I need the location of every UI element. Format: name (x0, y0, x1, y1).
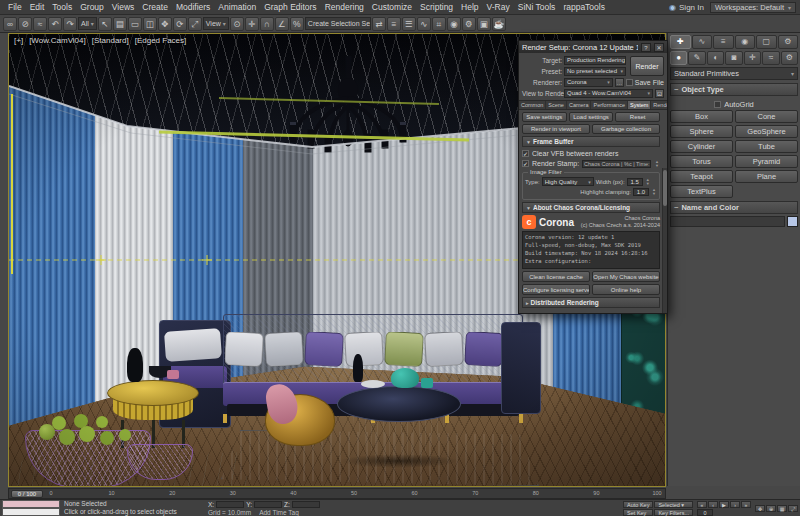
maximize-viewport-icon[interactable]: ⤢ (788, 505, 798, 512)
helpers-category-icon[interactable]: ✛ (744, 51, 761, 65)
time-slider[interactable]: 0 / 100 (11, 490, 43, 498)
create-tab-icon[interactable]: ✚ (670, 35, 691, 49)
render-stamp-checkbox[interactable] (522, 160, 529, 167)
previous-frame-icon[interactable]: ‹ (708, 501, 718, 508)
render-tab-performance[interactable]: Performance (591, 101, 628, 109)
display-tab-icon[interactable]: ▢ (756, 35, 777, 49)
rectangular-selection-region-icon[interactable]: ▭ (128, 17, 142, 31)
renderer-dropdown[interactable]: Corona (564, 78, 613, 87)
save-file-checkbox[interactable] (626, 79, 633, 86)
key-filters-button[interactable]: Key Filters... (654, 509, 693, 516)
render-tab-render-elements[interactable]: Render Elements (651, 101, 667, 109)
menu-edit[interactable]: Edit (26, 2, 49, 12)
filter-width-spinner[interactable]: ▲▼ (645, 178, 651, 185)
render-tab-common[interactable]: Common (519, 101, 546, 109)
dialog-titlebar[interactable]: Render Setup: Corona 12 Update 1 ? ✕ (519, 41, 667, 53)
pan-view-icon[interactable]: ✥ (755, 505, 765, 512)
reference-coordinate-dropdown[interactable]: View (203, 17, 229, 30)
configure-licensing-server-address-button[interactable]: Configure licensing server address (522, 284, 590, 295)
percent-snap-icon[interactable]: % (290, 17, 304, 31)
menu-file[interactable]: File (4, 2, 26, 12)
black-vase[interactable] (127, 348, 143, 382)
object-type-rollout[interactable]: Object Type (670, 83, 798, 96)
menu-group[interactable]: Group (76, 2, 108, 12)
motion-tab-icon[interactable]: ◉ (735, 35, 756, 49)
autogrid-checkbox[interactable] (714, 101, 721, 108)
selection-filter-dropdown[interactable]: All (78, 17, 97, 30)
primitive-tube-button[interactable]: Tube (735, 140, 798, 153)
go-to-start-icon[interactable]: « (697, 501, 707, 508)
bind-to-space-warp-icon[interactable]: ≈ (33, 17, 47, 31)
render-button[interactable]: Render (630, 56, 664, 76)
clean-license-cache-button[interactable]: Clean license cache (522, 271, 590, 282)
primitive-cone-button[interactable]: Cone (735, 110, 798, 123)
render-tab-camera[interactable]: Camera (567, 101, 592, 109)
lights-category-icon[interactable]: ◐ (707, 51, 724, 65)
stamp-spinner[interactable]: ▲▼ (654, 160, 660, 167)
render-stamp-field[interactable]: Chaos Corona | %c | Time: %t | Passes: %… (582, 160, 651, 168)
lock-view-icon[interactable]: ⊡ (655, 89, 664, 98)
named-selection-sets-dropdown[interactable]: Create Selection Se (305, 17, 371, 30)
geometry-category-icon[interactable]: ● (670, 51, 687, 65)
select-by-name-icon[interactable]: ▤ (113, 17, 127, 31)
primitive-box-button[interactable]: Box (670, 110, 733, 123)
zoom-icon[interactable]: ⊕ (766, 505, 776, 512)
window-crossing-icon[interactable]: ◫ (143, 17, 157, 31)
set-key-button[interactable]: Set Key (623, 509, 653, 516)
unlink-selection-icon[interactable]: ⊘ (18, 17, 32, 31)
add-time-tag[interactable]: Add Time Tag (259, 509, 299, 516)
sign-in-button[interactable]: ◉ Sign In (669, 3, 704, 12)
select-and-manipulate-icon[interactable]: ✛ (245, 17, 259, 31)
menu-rappatools[interactable]: rappaTools (559, 2, 609, 12)
modify-tab-icon[interactable]: ∿ (692, 35, 713, 49)
pink-box[interactable] (167, 370, 179, 379)
shapes-category-icon[interactable]: ✎ (688, 51, 705, 65)
menu-v-ray[interactable]: V-Ray (483, 2, 514, 12)
menu-create[interactable]: Create (138, 2, 172, 12)
utilities-tab-icon[interactable]: ⚙ (778, 35, 799, 49)
menu-graph-editors[interactable]: Graph Editors (260, 2, 320, 12)
systems-category-icon[interactable]: ⚙ (781, 51, 798, 65)
select-and-move-icon[interactable]: ✥ (158, 17, 172, 31)
menu-views[interactable]: Views (108, 2, 139, 12)
primitive-plane-button[interactable]: Plane (735, 170, 798, 183)
z-coordinate-field[interactable] (292, 501, 320, 508)
align-icon[interactable]: ≡ (387, 17, 401, 31)
about-corona-rollout[interactable]: About Chaos Corona/Licensing (522, 202, 660, 213)
select-and-scale-icon[interactable]: ⤢ (188, 17, 202, 31)
zoom-extents-icon[interactable]: ▦ (777, 505, 787, 512)
primitive-teapot-button[interactable]: Teapot (670, 170, 733, 183)
primitive-textplus-button[interactable]: TextPlus (670, 185, 733, 198)
choose-renderer-button[interactable]: … (615, 78, 624, 87)
primitive-cylinder-button[interactable]: Cylinder (670, 140, 733, 153)
current-frame-field[interactable]: 0 (697, 509, 713, 516)
load-settings-button[interactable]: Load settings (569, 112, 614, 122)
curve-editor-icon[interactable]: ∿ (417, 17, 431, 31)
schematic-view-icon[interactable]: ⌗ (432, 17, 446, 31)
distributed-rendering-rollout[interactable]: Distributed Rendering (522, 297, 660, 308)
primitive-sphere-button[interactable]: Sphere (670, 125, 733, 138)
redo-icon[interactable]: ↷ (63, 17, 77, 31)
object-color-swatch[interactable] (787, 216, 798, 227)
primitive-pyramid-button[interactable]: Pyramid (735, 155, 798, 168)
object-name-field[interactable] (670, 216, 785, 227)
angle-snap-icon[interactable]: ∠ (275, 17, 289, 31)
viewport-shading-label[interactable]: [Standard] (92, 36, 129, 45)
auto-key-button[interactable]: Auto Key (623, 501, 653, 508)
render-tab-system[interactable]: System (628, 101, 651, 109)
frame-buffer-rollout[interactable]: Frame Buffer (522, 136, 660, 147)
highlight-clamp-spinner[interactable]: ▲▼ (651, 188, 657, 195)
primitive-category-dropdown[interactable]: Standard Primitives (670, 67, 798, 80)
viewport-menu-plus[interactable]: [+] (14, 36, 23, 45)
view-to-render-dropdown[interactable]: Quad 4 - Wow.CamVi04 (564, 89, 653, 98)
menu-sini-tools[interactable]: SiNi Tools (514, 2, 560, 12)
target-dropdown[interactable]: Production Rendering Mode (564, 56, 626, 65)
primitive-geosphere-button[interactable]: GeoSphere (735, 125, 798, 138)
use-pivot-point-icon[interactable]: ⊙ (230, 17, 244, 31)
material-editor-icon[interactable]: ◉ (447, 17, 461, 31)
select-object-icon[interactable]: ↖ (98, 17, 112, 31)
render-setup-icon[interactable]: ⚙ (462, 17, 476, 31)
space-warps-category-icon[interactable]: ≈ (762, 51, 779, 65)
open-my-chaos-website-button[interactable]: Open My Chaos website (592, 271, 660, 282)
select-and-link-icon[interactable]: ∞ (3, 17, 17, 31)
